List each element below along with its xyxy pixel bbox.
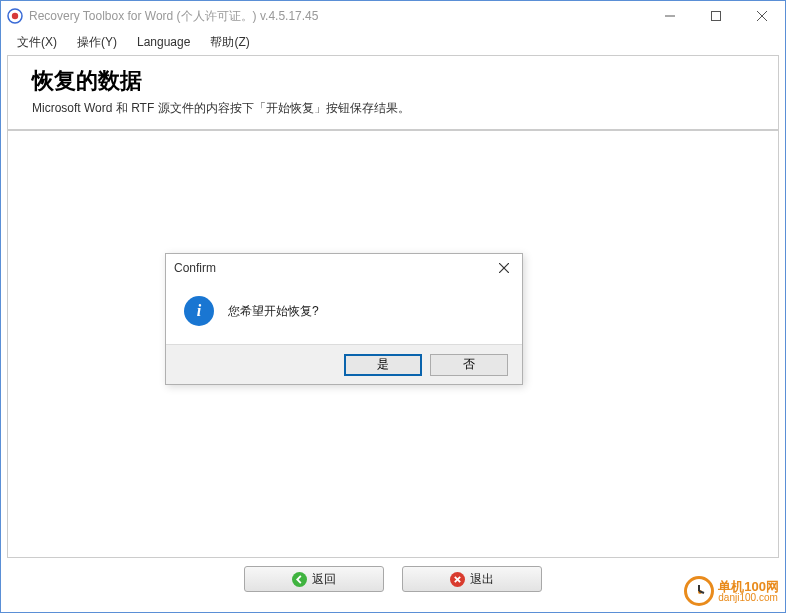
svg-point-1: [12, 13, 18, 19]
minimize-button[interactable]: [647, 1, 693, 31]
page-title: 恢复的数据: [32, 66, 762, 96]
dialog-titlebar: Confirm: [166, 254, 522, 282]
back-button[interactable]: 返回: [244, 566, 384, 592]
dialog-message: 您希望开始恢复?: [228, 303, 319, 320]
exit-button[interactable]: 退出: [402, 566, 542, 592]
back-arrow-icon: [292, 572, 307, 587]
confirm-dialog: Confirm i 您希望开始恢复? 是 否: [165, 253, 523, 385]
window-title: Recovery Toolbox for Word (个人许可证。) v.4.5…: [29, 8, 647, 25]
menu-language[interactable]: Language: [127, 33, 200, 51]
page-header: 恢复的数据 Microsoft Word 和 RTF 源文件的内容按下「开始恢复…: [7, 55, 779, 130]
info-icon: i: [184, 296, 214, 326]
close-button[interactable]: [739, 1, 785, 31]
menu-action[interactable]: 操作(Y): [67, 32, 127, 53]
back-button-label: 返回: [312, 571, 336, 588]
dialog-no-button[interactable]: 否: [430, 354, 508, 376]
page-subtitle: Microsoft Word 和 RTF 源文件的内容按下「开始恢复」按钮保存结…: [32, 100, 762, 117]
menu-file[interactable]: 文件(X): [7, 32, 67, 53]
menu-help[interactable]: 帮助(Z): [200, 32, 259, 53]
svg-rect-3: [712, 12, 721, 21]
dialog-button-row: 是 否: [166, 344, 522, 384]
exit-button-label: 退出: [470, 571, 494, 588]
window-controls: [647, 1, 785, 31]
content-panel: Confirm i 您希望开始恢复? 是 否: [7, 130, 779, 558]
bottom-toolbar: 返回 退出: [7, 562, 779, 596]
app-icon: [7, 8, 23, 24]
window-titlebar: Recovery Toolbox for Word (个人许可证。) v.4.5…: [1, 1, 785, 31]
dialog-yes-button[interactable]: 是: [344, 354, 422, 376]
dialog-close-button[interactable]: [494, 261, 514, 276]
exit-x-icon: [450, 572, 465, 587]
menu-bar: 文件(X) 操作(Y) Language 帮助(Z): [1, 31, 785, 53]
dialog-body: i 您希望开始恢复?: [166, 282, 522, 344]
dialog-title: Confirm: [174, 261, 494, 275]
maximize-button[interactable]: [693, 1, 739, 31]
